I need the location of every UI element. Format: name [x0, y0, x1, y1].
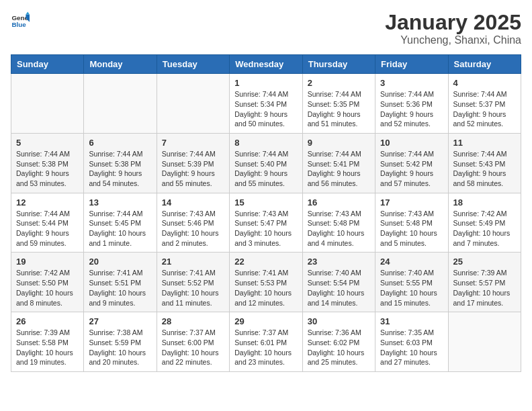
- day-number: 20: [89, 257, 151, 267]
- calendar-week-row: 1Sunrise: 7:44 AM Sunset: 5:34 PM Daylig…: [11, 74, 521, 134]
- weekday-header-saturday: Saturday: [448, 55, 521, 74]
- weekday-header-sunday: Sunday: [11, 55, 84, 74]
- calendar-cell: 8Sunrise: 7:44 AM Sunset: 5:40 PM Daylig…: [230, 133, 302, 193]
- weekday-header-row: SundayMondayTuesdayWednesdayThursdayFrid…: [11, 55, 521, 74]
- day-detail: Sunrise: 7:44 AM Sunset: 5:43 PM Dayligh…: [453, 149, 516, 189]
- calendar-cell: 11Sunrise: 7:44 AM Sunset: 5:43 PM Dayli…: [448, 133, 521, 193]
- weekday-header-friday: Friday: [375, 55, 448, 74]
- day-detail: Sunrise: 7:43 AM Sunset: 5:46 PM Dayligh…: [162, 209, 224, 248]
- day-number: 3: [380, 78, 443, 88]
- day-detail: Sunrise: 7:43 AM Sunset: 5:48 PM Dayligh…: [308, 209, 370, 248]
- day-number: 15: [234, 197, 297, 208]
- day-detail: Sunrise: 7:42 AM Sunset: 5:49 PM Dayligh…: [453, 209, 516, 248]
- calendar-cell: 27Sunrise: 7:38 AM Sunset: 5:59 PM Dayli…: [84, 312, 157, 372]
- calendar-cell: 13Sunrise: 7:44 AM Sunset: 5:45 PM Dayli…: [84, 193, 157, 253]
- day-number: 22: [234, 257, 297, 267]
- day-detail: Sunrise: 7:44 AM Sunset: 5:34 PM Dayligh…: [234, 89, 297, 129]
- title-block: January 2025 Yuncheng, Shanxi, China: [385, 11, 521, 46]
- weekday-header-tuesday: Tuesday: [157, 55, 229, 74]
- day-number: 24: [380, 257, 443, 267]
- calendar-week-row: 12Sunrise: 7:44 AM Sunset: 5:44 PM Dayli…: [11, 193, 521, 253]
- calendar-cell: 10Sunrise: 7:44 AM Sunset: 5:42 PM Dayli…: [375, 133, 448, 193]
- day-detail: Sunrise: 7:35 AM Sunset: 6:03 PM Dayligh…: [380, 328, 443, 367]
- day-detail: Sunrise: 7:44 AM Sunset: 5:38 PM Dayligh…: [89, 149, 151, 189]
- day-number: 16: [308, 197, 370, 208]
- calendar-table: SundayMondayTuesdayWednesdayThursdayFrid…: [11, 54, 521, 372]
- calendar-cell: 23Sunrise: 7:40 AM Sunset: 5:54 PM Dayli…: [302, 253, 375, 312]
- page-header: General Blue January 2025 Yuncheng, Shan…: [11, 11, 521, 46]
- day-detail: Sunrise: 7:39 AM Sunset: 5:58 PM Dayligh…: [16, 328, 79, 367]
- svg-text:Blue: Blue: [11, 21, 26, 28]
- svg-marker-3: [26, 11, 30, 14]
- day-detail: Sunrise: 7:44 AM Sunset: 5:37 PM Dayligh…: [453, 89, 516, 129]
- calendar-cell: 12Sunrise: 7:44 AM Sunset: 5:44 PM Dayli…: [11, 193, 84, 253]
- calendar-cell: 30Sunrise: 7:36 AM Sunset: 6:02 PM Dayli…: [302, 312, 375, 372]
- day-number: 1: [234, 78, 297, 88]
- calendar-cell: 26Sunrise: 7:39 AM Sunset: 5:58 PM Dayli…: [11, 312, 84, 372]
- day-number: 21: [162, 257, 224, 267]
- day-number: 23: [308, 257, 370, 267]
- month-year-title: January 2025: [385, 11, 521, 34]
- day-detail: Sunrise: 7:41 AM Sunset: 5:51 PM Dayligh…: [89, 268, 151, 308]
- day-number: 29: [234, 316, 297, 326]
- calendar-cell: 20Sunrise: 7:41 AM Sunset: 5:51 PM Dayli…: [84, 253, 157, 312]
- weekday-header-wednesday: Wednesday: [230, 55, 302, 74]
- calendar-cell: 17Sunrise: 7:43 AM Sunset: 5:48 PM Dayli…: [375, 193, 448, 253]
- day-detail: Sunrise: 7:41 AM Sunset: 5:53 PM Dayligh…: [234, 268, 297, 308]
- calendar-cell: [11, 74, 84, 134]
- day-number: 2: [308, 78, 370, 88]
- calendar-cell: 5Sunrise: 7:44 AM Sunset: 5:38 PM Daylig…: [11, 133, 84, 193]
- calendar-cell: 16Sunrise: 7:43 AM Sunset: 5:48 PM Dayli…: [302, 193, 375, 253]
- day-number: 13: [89, 197, 151, 208]
- calendar-cell: 9Sunrise: 7:44 AM Sunset: 5:41 PM Daylig…: [302, 133, 375, 193]
- day-detail: Sunrise: 7:37 AM Sunset: 6:01 PM Dayligh…: [234, 328, 297, 367]
- day-detail: Sunrise: 7:44 AM Sunset: 5:35 PM Dayligh…: [308, 89, 370, 129]
- day-number: 8: [234, 138, 297, 148]
- weekday-header-monday: Monday: [84, 55, 157, 74]
- day-number: 31: [380, 316, 443, 326]
- day-detail: Sunrise: 7:41 AM Sunset: 5:52 PM Dayligh…: [162, 268, 224, 308]
- calendar-cell: 18Sunrise: 7:42 AM Sunset: 5:49 PM Dayli…: [448, 193, 521, 253]
- day-number: 5: [16, 138, 79, 148]
- day-detail: Sunrise: 7:40 AM Sunset: 5:54 PM Dayligh…: [308, 268, 370, 308]
- calendar-week-row: 19Sunrise: 7:42 AM Sunset: 5:50 PM Dayli…: [11, 253, 521, 312]
- day-detail: Sunrise: 7:43 AM Sunset: 5:47 PM Dayligh…: [234, 209, 297, 248]
- day-detail: Sunrise: 7:38 AM Sunset: 5:59 PM Dayligh…: [89, 328, 151, 367]
- day-detail: Sunrise: 7:44 AM Sunset: 5:42 PM Dayligh…: [380, 149, 443, 189]
- day-number: 27: [89, 316, 151, 326]
- day-detail: Sunrise: 7:37 AM Sunset: 6:00 PM Dayligh…: [162, 328, 224, 367]
- day-number: 12: [16, 197, 79, 208]
- calendar-week-row: 5Sunrise: 7:44 AM Sunset: 5:38 PM Daylig…: [11, 133, 521, 193]
- calendar-cell: 7Sunrise: 7:44 AM Sunset: 5:39 PM Daylig…: [157, 133, 229, 193]
- logo-icon: General Blue: [11, 11, 30, 30]
- calendar-cell: 14Sunrise: 7:43 AM Sunset: 5:46 PM Dayli…: [157, 193, 229, 253]
- logo: General Blue: [11, 11, 30, 30]
- day-number: 10: [380, 138, 443, 148]
- calendar-week-row: 26Sunrise: 7:39 AM Sunset: 5:58 PM Dayli…: [11, 312, 521, 372]
- day-detail: Sunrise: 7:43 AM Sunset: 5:48 PM Dayligh…: [380, 209, 443, 248]
- day-number: 4: [453, 78, 516, 88]
- calendar-cell: [448, 312, 521, 372]
- day-number: 11: [453, 138, 516, 148]
- day-number: 17: [380, 197, 443, 208]
- calendar-cell: [84, 74, 157, 134]
- day-detail: Sunrise: 7:39 AM Sunset: 5:57 PM Dayligh…: [453, 268, 516, 308]
- calendar-cell: 24Sunrise: 7:40 AM Sunset: 5:55 PM Dayli…: [375, 253, 448, 312]
- day-number: 9: [308, 138, 370, 148]
- day-detail: Sunrise: 7:44 AM Sunset: 5:44 PM Dayligh…: [16, 209, 79, 248]
- calendar-cell: 31Sunrise: 7:35 AM Sunset: 6:03 PM Dayli…: [375, 312, 448, 372]
- day-number: 28: [162, 316, 224, 326]
- calendar-cell: [157, 74, 229, 134]
- calendar-cell: 29Sunrise: 7:37 AM Sunset: 6:01 PM Dayli…: [230, 312, 302, 372]
- day-detail: Sunrise: 7:44 AM Sunset: 5:41 PM Dayligh…: [308, 149, 370, 189]
- calendar-cell: 2Sunrise: 7:44 AM Sunset: 5:35 PM Daylig…: [302, 74, 375, 134]
- day-number: 26: [16, 316, 79, 326]
- day-number: 19: [16, 257, 79, 267]
- calendar-cell: 19Sunrise: 7:42 AM Sunset: 5:50 PM Dayli…: [11, 253, 84, 312]
- day-number: 30: [308, 316, 370, 326]
- calendar-cell: 4Sunrise: 7:44 AM Sunset: 5:37 PM Daylig…: [448, 74, 521, 134]
- calendar-cell: 15Sunrise: 7:43 AM Sunset: 5:47 PM Dayli…: [230, 193, 302, 253]
- calendar-cell: 22Sunrise: 7:41 AM Sunset: 5:53 PM Dayli…: [230, 253, 302, 312]
- calendar-cell: 6Sunrise: 7:44 AM Sunset: 5:38 PM Daylig…: [84, 133, 157, 193]
- weekday-header-thursday: Thursday: [302, 55, 375, 74]
